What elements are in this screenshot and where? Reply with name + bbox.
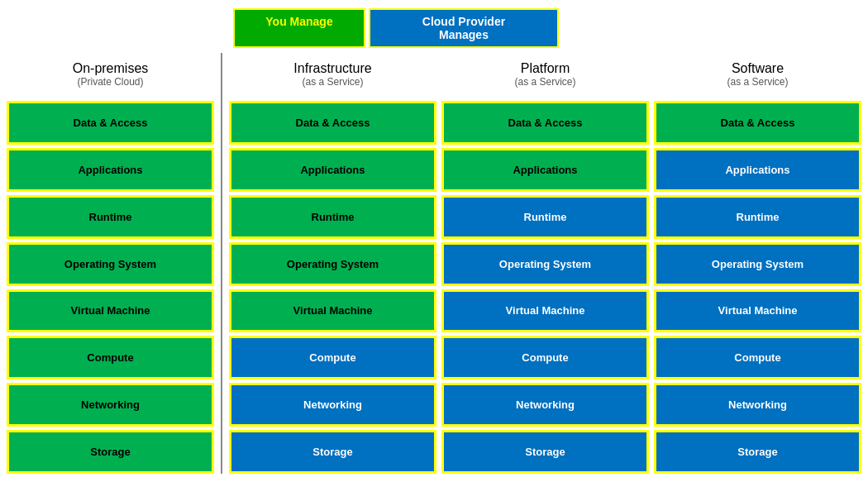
cell-iaas-applications: Applications [229, 148, 436, 192]
cell-paas-networking: Networking [441, 383, 649, 427]
cell-iaas-data-access: Data & Access [229, 101, 436, 145]
cell-saas-storage: Storage [654, 430, 861, 474]
col-header-paas: Platform (as a Service) [441, 53, 649, 96]
rows-on-premises: Data & Access Applications Runtime Opera… [7, 101, 214, 474]
cell-saas-networking: Networking [654, 383, 861, 427]
cell-paas-vm: Virtual Machine [441, 289, 649, 333]
cell-on-prem-runtime: Runtime [7, 195, 214, 239]
cell-on-prem-data-access: Data & Access [7, 101, 214, 145]
cell-on-prem-networking: Networking [7, 383, 214, 427]
col-title-on-premises: On-premises [73, 61, 149, 76]
col-subtitle-iaas: (as a Service) [302, 76, 363, 88]
col-subtitle-paas: (as a Service) [514, 76, 575, 88]
col-title-paas: Platform [521, 61, 570, 76]
col-title-iaas: Infrastructure [293, 61, 371, 76]
col-subtitle-saas: (as a Service) [727, 76, 788, 88]
cell-paas-applications: Applications [441, 148, 649, 192]
rows-saas: Data & Access Applications Runtime Opera… [654, 101, 861, 474]
col-paas: Platform (as a Service) Data & Access Ap… [441, 53, 649, 474]
main-container: You Manage Cloud ProviderManages On-prem… [0, 0, 868, 482]
col-on-premises: On-premises (Private Cloud) Data & Acces… [7, 53, 214, 474]
cell-on-prem-os: Operating System [7, 242, 214, 286]
cell-iaas-storage: Storage [229, 430, 436, 474]
cell-iaas-compute: Compute [229, 336, 436, 379]
cell-iaas-vm: Virtual Machine [229, 289, 436, 333]
cell-saas-runtime: Runtime [654, 195, 861, 239]
cell-saas-vm: Virtual Machine [654, 289, 861, 333]
col-header-on-premises: On-premises (Private Cloud) [7, 53, 214, 96]
cell-paas-data-access: Data & Access [441, 101, 649, 145]
col-saas: Software (as a Service) Data & Access Ap… [654, 53, 861, 474]
divider-1 [221, 53, 222, 474]
header-row: You Manage Cloud ProviderManages [7, 8, 861, 48]
cell-saas-os: Operating System [654, 242, 861, 286]
col-subtitle-on-premises: (Private Cloud) [77, 76, 143, 88]
col-header-saas: Software (as a Service) [654, 53, 861, 96]
you-manage-badge: You Manage [233, 8, 365, 48]
cell-paas-runtime: Runtime [441, 195, 649, 239]
columns-row: On-premises (Private Cloud) Data & Acces… [7, 53, 861, 474]
cell-saas-applications: Applications [654, 148, 861, 192]
col-header-iaas: Infrastructure (as a Service) [229, 53, 436, 96]
cell-on-prem-applications: Applications [7, 148, 214, 192]
cell-saas-data-access: Data & Access [654, 101, 861, 145]
cell-on-prem-storage: Storage [7, 430, 214, 474]
cell-paas-compute: Compute [441, 336, 649, 379]
col-title-saas: Software [732, 61, 784, 76]
rows-paas: Data & Access Applications Runtime Opera… [441, 101, 649, 474]
cell-on-prem-vm: Virtual Machine [7, 289, 214, 333]
cell-on-prem-compute: Compute [7, 336, 214, 379]
cell-paas-storage: Storage [441, 430, 649, 474]
cell-saas-compute: Compute [654, 336, 861, 379]
cloud-manages-badge: Cloud ProviderManages [369, 8, 559, 48]
rows-iaas: Data & Access Applications Runtime Opera… [229, 101, 436, 474]
cell-iaas-os: Operating System [229, 242, 436, 286]
cell-iaas-networking: Networking [229, 383, 436, 427]
cell-iaas-runtime: Runtime [229, 195, 436, 239]
cell-paas-os: Operating System [441, 242, 649, 286]
col-iaas: Infrastructure (as a Service) Data & Acc… [229, 53, 436, 474]
